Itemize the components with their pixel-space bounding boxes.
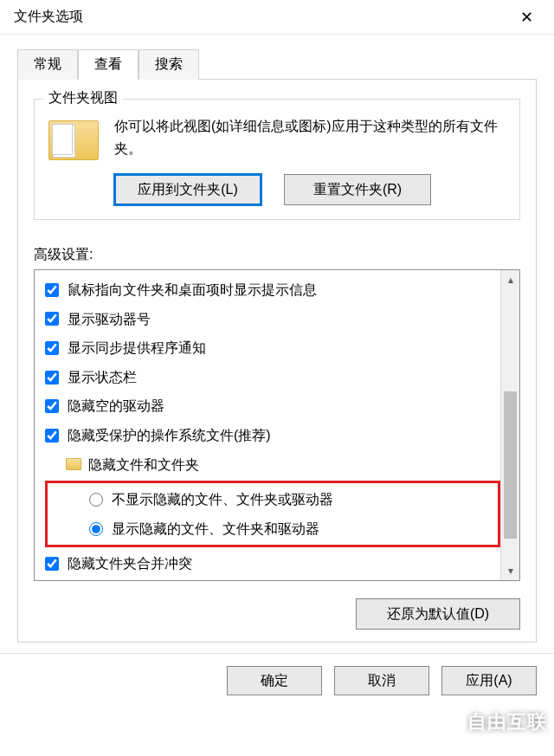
tab-general[interactable]: 常规 <box>17 49 78 80</box>
radio[interactable] <box>89 493 103 507</box>
advanced-settings-label: 高级设置: <box>34 246 520 264</box>
watermark: 自由互联 <box>467 709 547 735</box>
opt-hide-extensions[interactable]: 隐藏已知文件类型的扩展名 <box>45 578 500 581</box>
checkbox[interactable] <box>45 399 59 413</box>
checkbox[interactable] <box>45 429 59 443</box>
scroll-thumb[interactable] <box>504 391 517 539</box>
checkbox[interactable] <box>45 312 59 326</box>
scroll-up-icon[interactable]: ▴ <box>501 270 519 289</box>
radio[interactable] <box>89 522 103 536</box>
dialog-body: 常规 查看 搜索 文件夹视图 你可以将此视图(如详细信息或图标)应用于这种类型的… <box>0 35 554 653</box>
tab-view[interactable]: 查看 <box>78 49 138 80</box>
grp-hidden-files: 隐藏文件和文件夹 <box>45 450 500 480</box>
opt-statusbar[interactable]: 显示状态栏 <box>45 363 500 392</box>
checkbox[interactable] <box>45 283 59 297</box>
opt-sync-notify[interactable]: 显示同步提供程序通知 <box>45 333 500 363</box>
folder-views-legend: 文件夹视图 <box>43 89 123 107</box>
ok-button[interactable]: 确定 <box>227 666 322 695</box>
radio-show-hidden[interactable]: 显示隐藏的文件、文件夹和驱动器 <box>48 514 498 544</box>
reset-folders-button[interactable]: 重置文件夹(R) <box>284 174 431 205</box>
window-title: 文件夹选项 <box>14 8 509 26</box>
titlebar: 文件夹选项 ✕ <box>0 0 554 35</box>
apply-button[interactable]: 应用(A) <box>441 666 537 695</box>
folder-views-group: 文件夹视图 你可以将此视图(如详细信息或图标)应用于这种类型的所有文件夹。 应用… <box>34 99 520 220</box>
tab-panel-view: 文件夹视图 你可以将此视图(如详细信息或图标)应用于这种类型的所有文件夹。 应用… <box>17 80 537 643</box>
folder-views-description: 你可以将此视图(如详细信息或图标)应用于这种类型的所有文件夹。 <box>114 115 507 160</box>
dialog-footer: 确定 取消 应用(A) <box>0 653 554 708</box>
tab-search[interactable]: 搜索 <box>138 49 199 80</box>
scroll-down-icon[interactable]: ▾ <box>501 561 519 580</box>
opt-hide-protected[interactable]: 隐藏受保护的操作系统文件(推荐) <box>45 421 500 450</box>
restore-defaults-button[interactable]: 还原为默认值(D) <box>356 598 520 630</box>
tab-strip: 常规 查看 搜索 <box>17 48 537 80</box>
folder-icon <box>48 120 99 160</box>
advanced-settings-list: 鼠标指向文件夹和桌面项时显示提示信息 显示驱动器号 显示同步提供程序通知 显示状… <box>34 269 520 581</box>
radio-dont-show-hidden[interactable]: 不显示隐藏的文件、文件夹或驱动器 <box>48 485 498 514</box>
scrollbar[interactable]: ▴ ▾ <box>500 270 519 580</box>
close-icon[interactable]: ✕ <box>509 4 544 30</box>
opt-merge-conflict[interactable]: 隐藏文件夹合并冲突 <box>45 549 500 578</box>
checkbox[interactable] <box>45 557 59 571</box>
checkbox[interactable] <box>45 371 59 384</box>
highlight-box: 不显示隐藏的文件、文件夹或驱动器 显示隐藏的文件、文件夹和驱动器 <box>45 481 500 547</box>
checkbox[interactable] <box>45 341 59 355</box>
opt-tooltip[interactable]: 鼠标指向文件夹和桌面项时显示提示信息 <box>45 275 500 305</box>
folder-icon <box>66 458 81 470</box>
cancel-button[interactable]: 取消 <box>334 666 429 695</box>
opt-hide-empty-drives[interactable]: 隐藏空的驱动器 <box>45 391 500 421</box>
apply-to-folders-button[interactable]: 应用到文件夹(L) <box>114 174 261 205</box>
opt-drive-letter[interactable]: 显示驱动器号 <box>45 305 500 334</box>
